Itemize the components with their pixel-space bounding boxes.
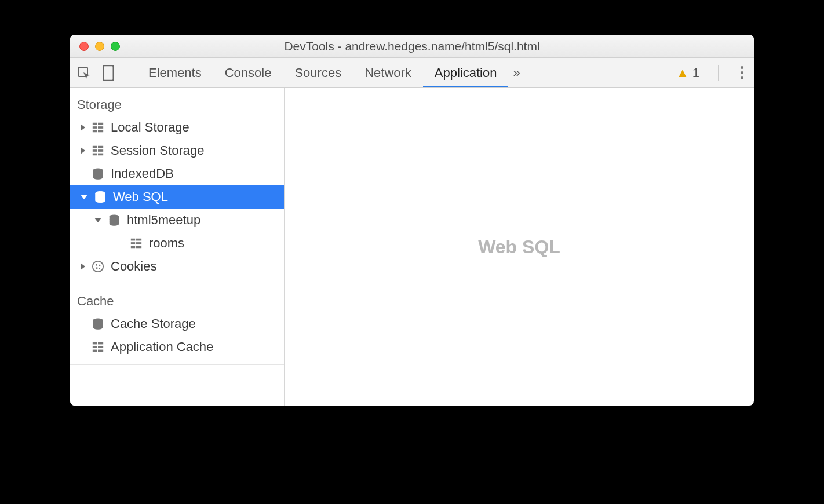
tab-application[interactable]: Application: [423, 58, 509, 87]
sidebar-item-database[interactable]: html5meetup: [70, 209, 284, 232]
panel-body: Storage Local Storage Session Storage: [70, 88, 754, 406]
tab-elements[interactable]: Elements: [137, 58, 213, 87]
toolbar-divider: [126, 65, 126, 81]
warning-icon: ▲: [676, 65, 689, 81]
svg-rect-29: [93, 342, 97, 345]
sidebar-item-label: Cookies: [111, 259, 156, 274]
svg-rect-7: [98, 130, 103, 133]
settings-menu-icon[interactable]: [737, 63, 747, 83]
sidebar-item-label: Application Cache: [111, 339, 213, 355]
database-icon: [91, 167, 105, 181]
sidebar-item-cache-storage[interactable]: Cache Storage: [70, 312, 284, 335]
svg-rect-20: [136, 242, 141, 244]
inspect-element-icon[interactable]: [77, 66, 91, 80]
collapse-icon: [81, 195, 87, 199]
sidebar-item-web-sql[interactable]: Web SQL: [70, 185, 284, 209]
cookie-icon: [91, 260, 105, 273]
tab-label: Application: [435, 65, 497, 81]
svg-rect-33: [93, 350, 97, 352]
svg-rect-21: [131, 246, 135, 249]
window-title: DevTools - andrew.hedges.name/html5/sql.…: [70, 39, 754, 53]
database-icon: [107, 213, 121, 227]
sidebar-item-label: Cache Storage: [111, 316, 196, 331]
more-tabs-icon[interactable]: »: [508, 65, 524, 81]
storage-grid-icon: [91, 120, 105, 134]
tab-console[interactable]: Console: [213, 58, 283, 87]
sidebar-item-label: Local Storage: [111, 120, 189, 135]
svg-rect-9: [98, 146, 103, 148]
close-window-button[interactable]: [79, 42, 89, 51]
svg-point-25: [99, 265, 100, 266]
table-icon: [129, 236, 143, 250]
tab-label: Console: [225, 65, 272, 81]
warning-count: 1: [692, 65, 699, 81]
svg-rect-1: [103, 65, 113, 81]
svg-rect-19: [131, 242, 135, 244]
svg-rect-3: [98, 123, 103, 125]
svg-rect-10: [93, 149, 97, 152]
placeholder-text: Web SQL: [478, 236, 560, 258]
device-toggle-icon[interactable]: [101, 66, 115, 80]
tab-label: Elements: [148, 65, 202, 81]
sidebar-item-label: html5meetup: [127, 213, 200, 228]
sidebar-item-local-storage[interactable]: Local Storage: [70, 116, 284, 139]
panel-tabs: Elements Console Sources Network Applica…: [137, 58, 525, 87]
svg-point-23: [93, 261, 103, 272]
sidebar-item-application-cache[interactable]: Application Cache: [70, 335, 284, 359]
storage-header: Storage: [70, 93, 284, 116]
svg-rect-22: [136, 246, 141, 249]
collapse-icon: [94, 218, 101, 222]
sidebar-item-label: Web SQL: [113, 189, 168, 204]
svg-point-24: [96, 264, 97, 266]
expand-icon: [81, 124, 85, 131]
tab-sources[interactable]: Sources: [283, 58, 353, 87]
sidebar-item-label: rooms: [149, 236, 184, 251]
window-controls: [70, 42, 120, 51]
devtools-window: DevTools - andrew.hedges.name/html5/sql.…: [70, 35, 754, 406]
svg-rect-30: [98, 342, 103, 345]
database-icon: [93, 190, 107, 204]
storage-section: Storage Local Storage Session Storage: [70, 88, 284, 284]
svg-rect-32: [98, 346, 103, 348]
sidebar-item-label: IndexedDB: [111, 166, 174, 181]
svg-rect-4: [93, 126, 97, 129]
svg-rect-12: [93, 154, 97, 156]
expand-icon: [81, 147, 85, 154]
zoom-window-button[interactable]: [111, 42, 120, 51]
application-sidebar: Storage Local Storage Session Storage: [70, 88, 285, 406]
toolbar-divider: [718, 65, 719, 81]
svg-rect-8: [93, 146, 97, 148]
minimize-window-button[interactable]: [95, 42, 104, 51]
svg-rect-11: [98, 149, 103, 152]
sidebar-item-table[interactable]: rooms: [70, 232, 284, 255]
database-icon: [91, 317, 105, 331]
storage-grid-icon: [91, 340, 105, 354]
storage-grid-icon: [91, 144, 105, 158]
svg-rect-13: [98, 154, 103, 156]
svg-rect-5: [98, 126, 103, 129]
main-content: Web SQL: [285, 88, 754, 406]
svg-rect-34: [98, 350, 103, 352]
svg-rect-6: [93, 130, 97, 133]
cache-section: Cache Cache Storage Application Cache: [70, 284, 284, 365]
svg-rect-2: [93, 123, 97, 125]
svg-point-27: [99, 268, 100, 269]
svg-rect-17: [131, 239, 135, 241]
svg-rect-18: [136, 239, 141, 241]
titlebar: DevTools - andrew.hedges.name/html5/sql.…: [70, 35, 754, 58]
sidebar-item-session-storage[interactable]: Session Storage: [70, 139, 284, 162]
devtools-toolbar: Elements Console Sources Network Applica…: [70, 58, 754, 88]
cache-header: Cache: [70, 289, 284, 312]
sidebar-item-label: Session Storage: [111, 143, 204, 158]
svg-point-26: [96, 267, 98, 269]
tab-label: Network: [364, 65, 411, 81]
tab-label: Sources: [294, 65, 341, 81]
expand-icon: [81, 263, 85, 270]
warnings-indicator[interactable]: ▲ 1: [676, 65, 699, 81]
sidebar-item-indexeddb[interactable]: IndexedDB: [70, 162, 284, 185]
tab-network[interactable]: Network: [353, 58, 423, 87]
svg-rect-31: [93, 346, 97, 348]
sidebar-item-cookies[interactable]: Cookies: [70, 255, 284, 278]
